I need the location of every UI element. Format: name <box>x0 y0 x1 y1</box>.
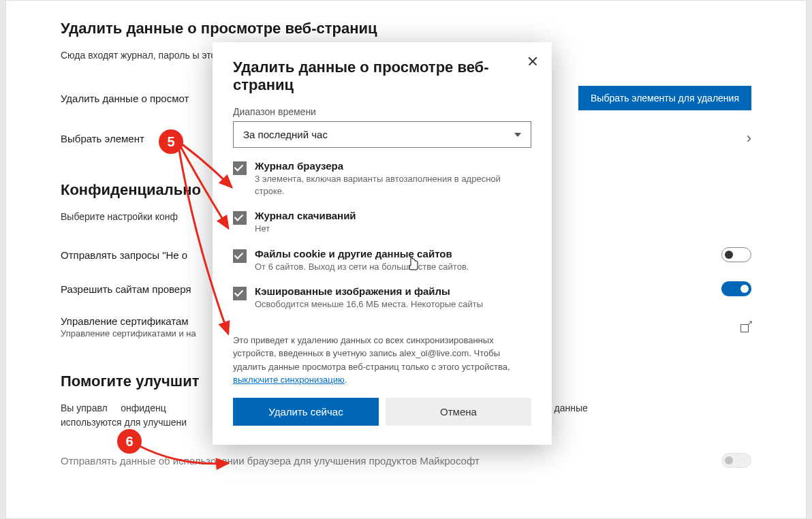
clear-data-modal: Удалить данные о просмотре веб-страниц Д… <box>213 42 552 445</box>
list-item: Файлы cookie и другие данные сайтов От 6… <box>233 248 522 273</box>
annotation-marker-5: 5 <box>159 129 183 154</box>
list-item: Журнал скачиваний Нет <box>233 210 522 235</box>
checkbox-cache[interactable] <box>233 287 247 300</box>
clear-data-list: Журнал браузера 3 элемента, включая вари… <box>233 160 531 323</box>
annotation-marker-6: 6 <box>117 429 142 454</box>
time-range-select[interactable]: За последний час <box>233 121 531 148</box>
sync-warning: Это приведет к удалению данных со всех с… <box>233 334 531 387</box>
time-range-label: Диапазон времени <box>233 106 531 117</box>
close-icon[interactable] <box>527 56 538 67</box>
checkbox-browsing-history[interactable] <box>233 161 247 175</box>
list-item: Журнал браузера 3 элемента, включая вари… <box>233 160 522 198</box>
pointer-cursor-icon <box>407 256 420 271</box>
disable-sync-link[interactable]: выключите синхронизацию <box>233 375 345 385</box>
chevron-down-icon <box>514 133 521 137</box>
delete-now-button[interactable]: Удалить сейчас <box>233 398 379 426</box>
checkbox-download-history[interactable] <box>233 211 247 225</box>
modal-title: Удалить данные о просмотре веб-страниц <box>233 59 531 94</box>
cancel-button[interactable]: Отмена <box>386 398 531 426</box>
list-item: Кэшированные изображения и файлы Освобод… <box>233 285 522 311</box>
checkbox-cookies[interactable] <box>233 249 247 263</box>
